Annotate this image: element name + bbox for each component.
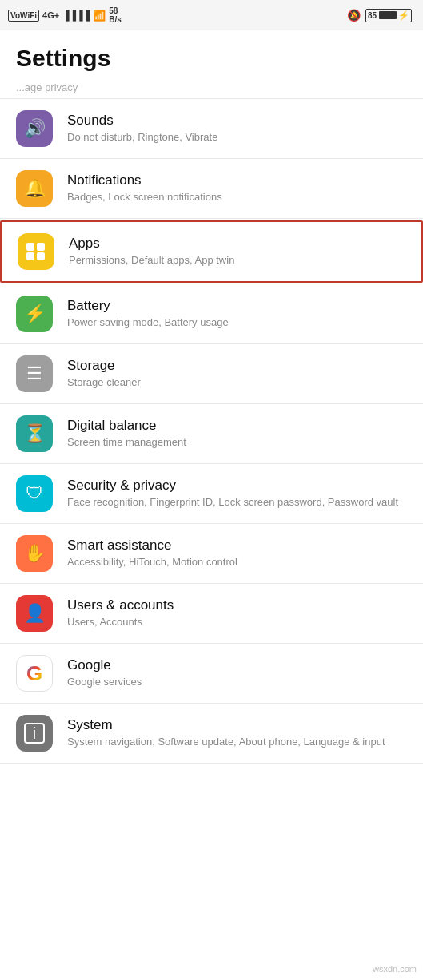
system-subtitle: System navigation, Software update, Abou… (67, 735, 407, 749)
page-title: Settings (0, 30, 423, 81)
mute-icon: 🔕 (347, 9, 361, 22)
settings-item-apps[interactable]: Apps Permissions, Default apps, App twin (0, 220, 423, 283)
settings-item-google[interactable]: G Google Google services (0, 644, 423, 704)
status-right: 🔕 85 ⚡ (347, 9, 412, 22)
settings-item-notifications[interactable]: 🔔 Notifications Badges, Lock screen noti… (0, 159, 423, 219)
shield-icon: 🛡 (26, 483, 43, 504)
status-left: VoWiFi 4G+ ▐▐▐▐ 📶 58B/s (8, 6, 122, 24)
network-type: 4G+ (42, 10, 59, 20)
users-accounts-title: Users & accounts (67, 597, 407, 613)
security-privacy-title: Security & privacy (67, 478, 407, 494)
sounds-text: Sounds Do not disturb, Ringtone, Vibrate (67, 113, 407, 145)
charging-icon: ⚡ (398, 10, 409, 21)
battery-level: 85 (368, 11, 377, 20)
partial-scroll-item: ...age privacy (0, 81, 423, 99)
storage-icon: ☰ (26, 363, 42, 384)
settings-item-digital-balance[interactable]: ⏳ Digital balance Screen time management (0, 404, 423, 464)
notifications-text: Notifications Badges, Lock screen notifi… (67, 173, 407, 204)
battery-text: Battery Power saving mode, Battery usage (67, 298, 407, 330)
digital-balance-text: Digital balance Screen time management (67, 418, 407, 450)
smart-assistance-subtitle: Accessibility, HiTouch, Motion control (67, 555, 407, 569)
signal-bars: ▐▐▐▐ (62, 10, 90, 21)
google-g-letter: G (26, 661, 42, 686)
digital-balance-subtitle: Screen time management (67, 435, 407, 450)
smart-assistance-icon-wrapper: ✋ (16, 535, 53, 572)
sounds-subtitle: Do not disturb, Ringtone, Vibrate (67, 130, 407, 145)
users-accounts-icon-wrapper: 👤 (16, 595, 53, 632)
storage-title: Storage (67, 358, 407, 374)
digital-balance-title: Digital balance (67, 418, 407, 434)
battery-indicator: 85 ⚡ (365, 9, 412, 22)
settings-item-users-accounts[interactable]: 👤 Users & accounts Users, Accounts (0, 584, 423, 644)
security-privacy-subtitle: Face recognition, Fingerprint ID, Lock s… (67, 495, 407, 510)
sounds-icon: 🔊 (24, 118, 46, 139)
battery-icon: ⚡ (24, 304, 46, 324)
settings-item-storage[interactable]: ☰ Storage Storage cleaner (0, 344, 423, 404)
settings-item-system[interactable]: i System System navigation, Software upd… (0, 704, 423, 764)
digital-balance-icon-wrapper: ⏳ (16, 415, 53, 452)
vowifi-indicator: VoWiFi (8, 10, 39, 22)
notifications-icon-wrapper: 🔔 (16, 170, 53, 207)
storage-icon-wrapper: ☰ (16, 355, 53, 392)
users-accounts-subtitle: Users, Accounts (67, 615, 407, 629)
speed-indicator: 58B/s (109, 6, 122, 24)
apps-subtitle: Permissions, Default apps, App twin (69, 253, 405, 268)
apps-icon-wrapper (18, 233, 54, 270)
smart-assistance-text: Smart assistance Accessibility, HiTouch,… (67, 538, 407, 569)
hourglass-icon: ⏳ (24, 423, 46, 444)
apps-text: Apps Permissions, Default apps, App twin (69, 236, 405, 268)
google-title: Google (67, 657, 407, 673)
smart-assistance-icon: ✋ (24, 543, 46, 564)
storage-subtitle: Storage cleaner (67, 375, 407, 390)
battery-subtitle: Power saving mode, Battery usage (67, 315, 407, 330)
battery-title: Battery (67, 298, 407, 314)
notifications-title: Notifications (67, 173, 407, 188)
apps-title: Apps (69, 236, 405, 252)
settings-item-smart-assistance[interactable]: ✋ Smart assistance Accessibility, HiTouc… (0, 524, 423, 584)
notifications-icon: 🔔 (24, 178, 46, 199)
google-icon-wrapper: G (16, 655, 53, 692)
wifi-icon: 📶 (93, 10, 106, 22)
system-icon-wrapper: i (16, 715, 53, 752)
system-title: System (67, 717, 407, 733)
settings-item-battery[interactable]: ⚡ Battery Power saving mode, Battery usa… (0, 284, 423, 344)
system-text: System System navigation, Software updat… (67, 717, 407, 749)
sounds-title: Sounds (67, 113, 407, 129)
smart-assistance-title: Smart assistance (67, 538, 407, 553)
google-text: Google Google services (67, 657, 407, 689)
sounds-icon-wrapper: 🔊 (16, 110, 53, 147)
settings-item-sounds[interactable]: 🔊 Sounds Do not disturb, Ringtone, Vibra… (0, 99, 423, 159)
storage-text: Storage Storage cleaner (67, 358, 407, 390)
battery-icon-wrapper: ⚡ (16, 296, 53, 332)
users-accounts-icon: 👤 (24, 603, 46, 624)
apps-grid-icon (26, 243, 46, 260)
security-privacy-text: Security & privacy Face recognition, Fin… (67, 478, 407, 510)
users-accounts-text: Users & accounts Users, Accounts (67, 597, 407, 629)
status-bar: VoWiFi 4G+ ▐▐▐▐ 📶 58B/s 🔕 85 ⚡ (0, 0, 423, 30)
google-subtitle: Google services (67, 675, 407, 689)
watermark: wsxdn.com (373, 964, 417, 974)
notifications-subtitle: Badges, Lock screen notifications (67, 190, 407, 204)
system-icon: i (24, 723, 45, 744)
settings-list: 🔊 Sounds Do not disturb, Ringtone, Vibra… (0, 99, 423, 764)
settings-item-security-privacy[interactable]: 🛡 Security & privacy Face recognition, F… (0, 464, 423, 524)
security-privacy-icon-wrapper: 🛡 (16, 475, 53, 512)
